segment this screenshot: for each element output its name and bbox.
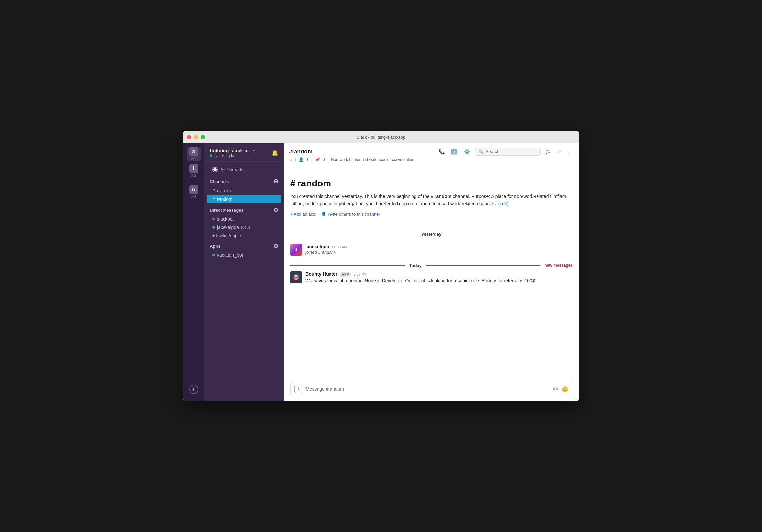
- sidebar-item-random[interactable]: # random: [207, 195, 281, 203]
- divider-line-right: [445, 234, 572, 234]
- workspace-name[interactable]: building-slack-a... ▾: [210, 148, 255, 154]
- today-label: Today: [409, 263, 421, 268]
- edit-link[interactable]: edit: [499, 201, 507, 206]
- rail-item-workspace[interactable]: b ⌘3: [187, 184, 201, 199]
- all-threads-label: All Threads: [220, 167, 244, 172]
- add-channel-button[interactable]: ⊕: [273, 177, 278, 185]
- jacekelgda-status-indicator: [212, 226, 215, 229]
- plus-icon: +: [192, 386, 195, 393]
- apps-section-header[interactable]: Apps ⊕: [204, 239, 284, 251]
- invite-others-link[interactable]: 👤 Invite others to this channel: [321, 212, 380, 217]
- icon-rail: ✕ ⌘1 i ⌘2 b ⌘3 +: [183, 143, 204, 401]
- maximize-button[interactable]: [201, 135, 205, 139]
- message-input[interactable]: [306, 386, 550, 392]
- sidebar-item-general[interactable]: # general: [207, 186, 281, 195]
- close-button[interactable]: [187, 135, 191, 139]
- channel-header-actions: 📞 ℹ️ ⚙️ 🔍 @ ☆ ⋮: [437, 147, 574, 156]
- channel-intro: # random You created this channel yester…: [290, 171, 572, 227]
- message-content: Bounty Hunter APP 5:37 PM We have a new …: [305, 271, 572, 284]
- more-options-button[interactable]: ⋮: [566, 147, 574, 156]
- channels-section-header[interactable]: Channels ⊕: [204, 175, 284, 186]
- at-icon[interactable]: @: [553, 386, 558, 392]
- rail-divider: [189, 181, 199, 181]
- search-bar: 🔍: [475, 148, 541, 156]
- call-button[interactable]: 📞: [437, 147, 446, 156]
- at-mention-button[interactable]: @: [544, 148, 552, 156]
- message-time: 5:37 PM: [353, 272, 367, 276]
- search-icon: 🔍: [478, 149, 484, 154]
- sidebar: building-slack-a... ▾ jacekelgda 🔔 💬 All…: [204, 143, 284, 401]
- sidebar-item-slackbot[interactable]: slackbot: [207, 215, 281, 223]
- invite-people-link[interactable]: + Invite People: [207, 232, 281, 239]
- app-body: ✕ ⌘1 i ⌘2 b ⌘3 + buil: [183, 143, 579, 401]
- message-author[interactable]: Bounty Hunter: [305, 271, 338, 277]
- intro-hash: #: [290, 178, 295, 189]
- person-icon: 👤: [321, 212, 326, 217]
- sidebar-item-all-threads[interactable]: 💬 All Threads: [207, 165, 281, 174]
- channel-info-button[interactable]: ℹ️: [450, 147, 459, 156]
- sidebar-username: jacekelgda: [210, 154, 255, 158]
- channel-header: #random 📞 ℹ️ ⚙️ 🔍 @ ☆ ⋮: [284, 143, 579, 165]
- window-title: Slack - building-slack-app: [356, 135, 406, 140]
- channel-name-general: general: [217, 188, 232, 193]
- intro-channel-ref: # random: [430, 194, 451, 199]
- avatar: 🎯: [290, 271, 302, 283]
- apps-section-label: Apps: [210, 243, 221, 248]
- notification-bell-icon[interactable]: 🔔: [272, 150, 278, 156]
- minimize-button[interactable]: [194, 135, 198, 139]
- today-line-right: [425, 265, 540, 266]
- add-workspace-button[interactable]: +: [189, 385, 198, 394]
- message-author[interactable]: jacekelgda: [305, 244, 329, 249]
- you-label: (you): [241, 225, 250, 230]
- add-app-link[interactable]: + Add an app: [290, 212, 316, 217]
- input-right-icons: @ 🙂: [553, 386, 568, 392]
- traffic-lights: [187, 135, 205, 139]
- pins-icon: 📌: [315, 158, 320, 162]
- message-header: Bounty Hunter APP 5:37 PM: [305, 271, 572, 277]
- star-icon[interactable]: ☆: [289, 158, 292, 162]
- main-content: #random 📞 ℹ️ ⚙️ 🔍 @ ☆ ⋮: [284, 143, 579, 401]
- new-messages-badge: new messages: [544, 263, 572, 268]
- today-divider: Today new messages: [290, 263, 572, 268]
- sidebar-item-vacation-bot[interactable]: vacation_bot: [207, 251, 281, 259]
- plus-icon: +: [297, 386, 300, 393]
- message-text: joined #random.: [305, 250, 572, 255]
- attachment-button[interactable]: +: [294, 385, 302, 393]
- sidebar-item-jacekelgda[interactable]: jacekelgda (you): [207, 224, 281, 232]
- star-channel-button[interactable]: ☆: [555, 147, 563, 156]
- sidebar-content: 💬 All Threads Channels ⊕ # general # ran…: [204, 162, 284, 401]
- rail-item-home[interactable]: ✕ ⌘1: [187, 147, 201, 161]
- yesterday-label: Yesterday: [421, 232, 441, 236]
- online-status-indicator: [210, 155, 212, 157]
- rail-shortcut-2: ⌘2: [191, 173, 196, 177]
- members-icon: 👤: [299, 158, 304, 162]
- channel-intro-title: # random: [290, 178, 572, 189]
- channel-meta: ☆ | 👤 1 | 📌 0 | Non-work banter and wate…: [289, 158, 574, 162]
- dm-section-header[interactable]: Direct Messages ⊕: [204, 204, 284, 215]
- app-badge: APP: [340, 272, 350, 277]
- message-content: jacekelgda 11:58 AM joined #random.: [305, 244, 572, 255]
- message-header: jacekelgda 11:58 AM: [305, 244, 572, 249]
- rail-item-info[interactable]: i ⌘2: [187, 163, 201, 177]
- sidebar-header: building-slack-a... ▾ jacekelgda 🔔: [204, 143, 284, 162]
- app-window: Slack - building-slack-app ✕ ⌘1 i ⌘2 b ⌘…: [183, 131, 579, 401]
- message-text: We have a new job opening: Node.js Devel…: [305, 277, 572, 284]
- search-input[interactable]: [486, 149, 537, 154]
- table-row: 🎯 Bounty Hunter APP 5:37 PM We have a ne…: [290, 269, 572, 286]
- app-name-vacation-bot: vacation_bot: [217, 252, 243, 258]
- today-line-left: [290, 265, 405, 266]
- add-dm-button[interactable]: ⊕: [273, 206, 278, 214]
- pins-count: 0: [323, 158, 325, 162]
- add-app-button[interactable]: ⊕: [273, 242, 278, 249]
- message-time: 11:58 AM: [332, 245, 347, 249]
- message-input-area: + @ 🙂: [284, 378, 579, 401]
- channel-settings-button[interactable]: ⚙️: [462, 147, 472, 156]
- members-count: 1: [306, 158, 309, 162]
- channel-title: #random: [289, 149, 313, 155]
- threads-icon: 💬: [212, 167, 218, 172]
- x-icon: ✕: [189, 147, 198, 157]
- emoji-icon[interactable]: 🙂: [562, 386, 568, 392]
- title-bar: Slack - building-slack-app: [183, 131, 579, 143]
- dm-section-label: Direct Messages: [210, 208, 244, 213]
- avatar: J: [290, 244, 302, 256]
